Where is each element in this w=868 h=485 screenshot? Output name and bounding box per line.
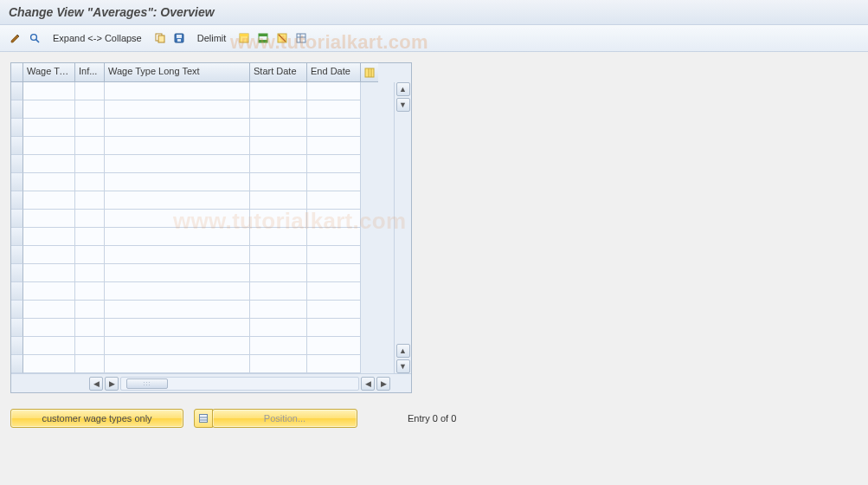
cell[interactable]: [75, 173, 105, 191]
cell[interactable]: [307, 337, 361, 355]
cell[interactable]: [307, 100, 361, 119]
row-selector[interactable]: [11, 191, 23, 210]
cell[interactable]: [250, 155, 307, 173]
cell[interactable]: [105, 264, 250, 282]
table-settings-icon[interactable]: [293, 29, 310, 47]
cell[interactable]: [307, 137, 361, 155]
cell[interactable]: [250, 246, 307, 264]
cell[interactable]: [75, 100, 105, 119]
cell[interactable]: [307, 246, 361, 264]
cell[interactable]: [105, 355, 250, 373]
row-selector[interactable]: [11, 246, 23, 264]
row-selector[interactable]: [11, 282, 23, 301]
cell[interactable]: [250, 100, 307, 119]
vertical-scrollbar[interactable]: ▲ ▼ ▲ ▼: [394, 82, 411, 373]
col-header-long-text[interactable]: Wage Type Long Text: [105, 63, 250, 82]
cell[interactable]: [307, 119, 361, 137]
cell[interactable]: [23, 137, 75, 155]
cell[interactable]: [250, 301, 307, 319]
cell[interactable]: [23, 355, 75, 373]
cell[interactable]: [23, 301, 75, 319]
cell[interactable]: [23, 82, 75, 100]
row-selector[interactable]: [11, 337, 23, 355]
cell[interactable]: [307, 301, 361, 319]
cell[interactable]: [23, 119, 75, 137]
expand-collapse-button[interactable]: Expand <-> Collapse: [45, 29, 150, 48]
cell[interactable]: [250, 319, 307, 337]
cell[interactable]: [105, 282, 250, 301]
cell[interactable]: [307, 264, 361, 282]
position-icon[interactable]: [194, 409, 213, 428]
cell[interactable]: [23, 319, 75, 337]
block-select-icon[interactable]: [254, 29, 272, 47]
cell[interactable]: [75, 210, 105, 228]
cell[interactable]: [23, 210, 75, 228]
cell[interactable]: [75, 82, 105, 100]
toggle-display-change-icon[interactable]: [7, 29, 24, 47]
cell[interactable]: [105, 319, 250, 337]
deselect-all-icon[interactable]: [273, 29, 291, 47]
cell[interactable]: [105, 173, 250, 191]
cell[interactable]: [23, 246, 75, 264]
cell[interactable]: [307, 210, 361, 228]
col-header-start-date[interactable]: Start Date: [250, 63, 307, 82]
cell[interactable]: [23, 173, 75, 191]
cell[interactable]: [75, 282, 105, 301]
cell[interactable]: [250, 173, 307, 191]
cell[interactable]: [23, 191, 75, 210]
cell[interactable]: [250, 137, 307, 155]
cell[interactable]: [23, 264, 75, 282]
scroll-down-step-icon[interactable]: ▼: [396, 98, 410, 112]
cell[interactable]: [75, 191, 105, 210]
scroll-up-step-icon[interactable]: ▲: [396, 344, 410, 358]
cell[interactable]: [23, 282, 75, 301]
cell[interactable]: [75, 337, 105, 355]
cell[interactable]: [307, 155, 361, 173]
cell[interactable]: [250, 264, 307, 282]
col-header-end-date[interactable]: End Date: [307, 63, 361, 82]
delimit-button[interactable]: Delimit: [190, 29, 235, 48]
row-selector[interactable]: [11, 228, 23, 246]
cell[interactable]: [105, 246, 250, 264]
cell[interactable]: [307, 228, 361, 246]
select-all-rows-corner[interactable]: [11, 63, 23, 82]
cell[interactable]: [105, 137, 250, 155]
horizontal-scrollbar[interactable]: :::: [120, 377, 359, 391]
cell[interactable]: [105, 155, 250, 173]
cell[interactable]: [250, 191, 307, 210]
cell[interactable]: [75, 246, 105, 264]
row-selector[interactable]: [11, 355, 23, 373]
cell[interactable]: [75, 264, 105, 282]
save-icon[interactable]: [170, 29, 188, 47]
cell[interactable]: [105, 82, 250, 100]
cell[interactable]: [75, 319, 105, 337]
position-button[interactable]: Position...: [212, 409, 357, 428]
cell[interactable]: [105, 337, 250, 355]
row-selector[interactable]: [11, 173, 23, 191]
cell[interactable]: [307, 319, 361, 337]
row-selector[interactable]: [11, 319, 23, 337]
cell[interactable]: [307, 173, 361, 191]
cell[interactable]: [75, 355, 105, 373]
cell[interactable]: [250, 228, 307, 246]
row-selector[interactable]: [11, 100, 23, 119]
other-view-icon[interactable]: [26, 29, 43, 47]
cell[interactable]: [307, 82, 361, 100]
select-all-icon[interactable]: [235, 29, 253, 47]
row-selector[interactable]: [11, 82, 23, 100]
cell[interactable]: [105, 210, 250, 228]
cell[interactable]: [105, 119, 250, 137]
scroll-left-step-icon[interactable]: ◀: [361, 377, 375, 391]
cell[interactable]: [23, 337, 75, 355]
row-selector[interactable]: [11, 137, 23, 155]
cell[interactable]: [250, 82, 307, 100]
cell[interactable]: [75, 119, 105, 137]
scroll-left-icon[interactable]: ◀: [89, 377, 103, 391]
cell[interactable]: [307, 282, 361, 301]
row-selector[interactable]: [11, 210, 23, 228]
col-header-inf[interactable]: Inf...: [75, 63, 105, 82]
cell[interactable]: [23, 155, 75, 173]
cell[interactable]: [23, 228, 75, 246]
row-selector[interactable]: [11, 264, 23, 282]
cell[interactable]: [250, 119, 307, 137]
